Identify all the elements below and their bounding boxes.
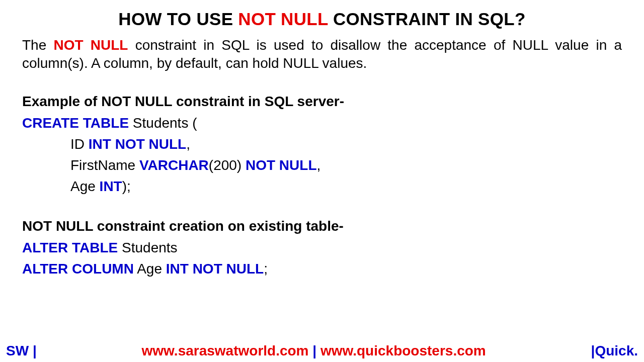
alter-section: NOT NULL constraint creation on existing… — [22, 218, 622, 280]
code-text: , — [317, 157, 321, 173]
sql-keyword: ALTER COLUMN — [22, 261, 134, 277]
code-text: Age — [70, 178, 100, 194]
alter-table-code: ALTER TABLE Students ALTER COLUMN Age IN… — [22, 237, 622, 280]
code-line: FirstName VARCHAR(200) NOT NULL, — [22, 155, 622, 176]
code-text: FirstName — [70, 157, 139, 173]
footer-center: www.saraswatworld.com | www.quickbooster… — [142, 343, 486, 359]
intro-paragraph: The NOT NULL constraint in SQL is used t… — [22, 36, 622, 72]
title-suffix: CONSTRAINT IN SQL? — [328, 9, 526, 29]
footer-left: SW | — [6, 343, 37, 359]
code-line: Age INT); — [22, 176, 622, 197]
code-text: (200) — [209, 157, 246, 173]
code-line: CREATE TABLE Students ( — [22, 113, 622, 134]
example-section: Example of NOT NULL constraint in SQL se… — [22, 94, 622, 197]
sql-keyword: INT NOT NULL — [89, 136, 186, 152]
document-page: HOW TO USE NOT NULL CONSTRAINT IN SQL? T… — [0, 0, 644, 280]
sql-keyword: INT NOT NULL — [166, 261, 264, 277]
footer-right: |Quick. — [591, 343, 638, 359]
code-text: Age — [134, 261, 166, 277]
title-prefix: HOW TO USE — [118, 9, 238, 29]
title-highlight: NOT NULL — [238, 9, 328, 29]
code-text: ); — [122, 178, 131, 194]
footer-bar: SW | www.saraswatworld.com | www.quickbo… — [0, 343, 644, 359]
footer-site-1: www.saraswatworld.com — [142, 343, 309, 358]
sql-keyword: INT — [100, 178, 122, 194]
sql-keyword: NOT NULL — [246, 157, 317, 173]
code-text: , — [186, 136, 190, 152]
example-heading: Example of NOT NULL constraint in SQL se… — [22, 94, 622, 110]
page-title: HOW TO USE NOT NULL CONSTRAINT IN SQL? — [22, 9, 622, 29]
create-table-code: CREATE TABLE Students ( ID INT NOT NULL,… — [22, 113, 622, 197]
intro-keyword: NOT NULL — [53, 37, 128, 53]
footer-site-2: www.quickboosters.com — [320, 343, 486, 358]
code-line: ALTER TABLE Students — [22, 237, 622, 258]
sql-keyword: CREATE TABLE — [22, 115, 129, 131]
code-text: Students — [118, 240, 177, 255]
code-line: ALTER COLUMN Age INT NOT NULL; — [22, 258, 622, 280]
code-text: Students ( — [129, 115, 197, 131]
code-line: ID INT NOT NULL, — [22, 134, 622, 155]
intro-prefix: The — [22, 37, 53, 53]
sql-keyword: ALTER TABLE — [22, 240, 118, 255]
footer-separator: | — [309, 343, 320, 358]
sql-keyword: VARCHAR — [139, 157, 209, 173]
code-text: ; — [264, 261, 268, 277]
alter-heading: NOT NULL constraint creation on existing… — [22, 218, 622, 234]
code-text: ID — [70, 136, 89, 152]
